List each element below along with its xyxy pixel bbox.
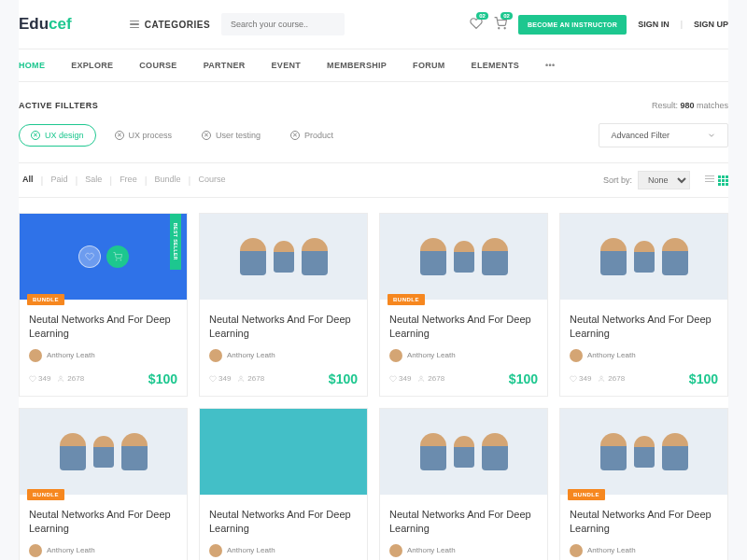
sort-tab-paid[interactable]: Paid: [47, 175, 71, 186]
signin-link[interactable]: SIGN IN: [638, 20, 669, 29]
course-title: Neutal Networks And For Deep Learning: [209, 313, 358, 342]
author-avatar: [29, 544, 42, 557]
sort-tab-all[interactable]: All: [19, 175, 37, 186]
course-price: $100: [148, 371, 177, 386]
results-count: Result: 980 matches: [652, 101, 728, 110]
students-count: 2678: [58, 374, 84, 383]
sort-tab-free[interactable]: Free: [116, 175, 141, 186]
course-title: Neutal Networks And For Deep Learning: [389, 313, 538, 342]
svg-point-5: [240, 376, 243, 379]
author-name: Anthony Leath: [227, 546, 275, 554]
nav-forum[interactable]: FORUM: [413, 61, 445, 70]
students-count: 2678: [238, 374, 264, 383]
filter-chip[interactable]: ✕User testing: [190, 125, 272, 146]
svg-point-0: [499, 28, 500, 29]
nav-partner[interactable]: PARTNER: [204, 61, 246, 70]
course-title: Neutal Networks And For Deep Learning: [389, 508, 538, 537]
svg-point-7: [600, 376, 603, 379]
list-view-button[interactable]: [705, 175, 714, 186]
author-avatar: [209, 349, 222, 362]
course-card[interactable]: Neutal Networks And For Deep LearningAnt…: [199, 408, 368, 560]
become-instructor-button[interactable]: BECOME AN INSTRUCTOR: [518, 15, 627, 35]
author-name: Anthony Leath: [587, 546, 636, 554]
nav-home[interactable]: HOME: [19, 61, 45, 70]
like-overlay-button[interactable]: [78, 245, 101, 268]
wishlist-button[interactable]: 02: [470, 17, 483, 32]
cart-badge: 02: [500, 12, 513, 20]
grid-view-button[interactable]: [718, 175, 728, 186]
course-price: $100: [689, 371, 718, 386]
author-name: Anthony Leath: [227, 351, 275, 359]
remove-chip-icon[interactable]: ✕: [115, 131, 124, 140]
signup-link[interactable]: SIGN UP: [694, 20, 728, 29]
sort-tab-bundle[interactable]: Bundle: [151, 175, 185, 186]
course-title: Neutal Networks And For Deep Learning: [570, 508, 718, 537]
course-card[interactable]: Neutal Networks And For Deep LearningAnt…: [559, 213, 728, 397]
course-image: [560, 214, 727, 300]
author-name: Anthony Leath: [407, 546, 456, 554]
sort-tab-sale[interactable]: Sale: [81, 175, 106, 186]
svg-point-2: [116, 259, 117, 260]
main-nav: HOMEEXPLORECOURSEPARTNEREVENTMEMBERSHIPF…: [19, 49, 728, 82]
remove-chip-icon[interactable]: ✕: [290, 131, 300, 140]
author-avatar: [570, 349, 583, 362]
course-title: Neutal Networks And For Deep Learning: [29, 313, 177, 342]
course-image: [380, 409, 547, 495]
course-image: [200, 409, 367, 495]
students-count: 2678: [418, 374, 444, 383]
bundle-tag: BUNDLE: [27, 294, 64, 305]
nav-elements[interactable]: ELEMENTS: [472, 61, 519, 70]
advanced-filter-button[interactable]: Advanced Filter: [599, 123, 728, 147]
nav-event[interactable]: EVENT: [272, 61, 302, 70]
author-avatar: [570, 544, 583, 557]
menu-icon: [130, 21, 139, 29]
course-card[interactable]: BUNDLENeutal Networks And For Deep Learn…: [379, 213, 548, 397]
course-title: Neutal Networks And For Deep Learning: [570, 313, 718, 342]
author-avatar: [389, 544, 402, 557]
likes-count: 349: [389, 374, 411, 383]
author-avatar: [209, 544, 222, 557]
sort-by-label: Sort by:: [603, 175, 632, 185]
remove-chip-icon[interactable]: ✕: [31, 131, 40, 140]
svg-point-1: [504, 28, 505, 29]
course-card[interactable]: BUNDLENeutal Networks And For Deep Learn…: [559, 408, 728, 560]
filter-chip[interactable]: ✕UX design: [19, 124, 96, 147]
author-name: Anthony Leath: [587, 351, 636, 359]
course-image: [200, 214, 367, 300]
nav-membership[interactable]: MEMBERSHIP: [327, 61, 387, 70]
svg-point-6: [420, 376, 423, 379]
course-image: BUNDLE: [560, 409, 727, 495]
course-card[interactable]: BUNDLENeutal Networks And For Deep Learn…: [19, 408, 188, 560]
svg-point-3: [120, 259, 120, 260]
course-title: Neutal Networks And For Deep Learning: [209, 508, 358, 537]
active-filters-label: ACTIVE FILLTERS: [19, 101, 98, 110]
students-count: 2678: [599, 374, 625, 383]
filter-chip[interactable]: ✕UX process: [104, 125, 184, 146]
course-card[interactable]: BEST SELLERBUNDLENeutal Networks And For…: [19, 213, 188, 397]
nav-more[interactable]: •••: [545, 61, 555, 70]
likes-count: 349: [29, 374, 50, 383]
author-avatar: [29, 349, 42, 362]
bundle-tag: BUNDLE: [388, 294, 425, 305]
author-name: Anthony Leath: [407, 351, 456, 359]
remove-chip-icon[interactable]: ✕: [202, 131, 211, 140]
nav-explore[interactable]: EXPLORE: [71, 61, 113, 70]
sort-tab-course[interactable]: Course: [194, 175, 229, 186]
search-input[interactable]: [221, 13, 345, 35]
course-card[interactable]: Neutal Networks And For Deep LearningAnt…: [199, 213, 368, 397]
logo[interactable]: Educef: [19, 15, 72, 34]
bundle-tag: BUNDLE: [27, 489, 64, 500]
cart-overlay-button[interactable]: [106, 245, 129, 268]
categories-button[interactable]: CATEGORIES: [130, 20, 210, 30]
cart-button[interactable]: 02: [494, 17, 507, 32]
likes-count: 349: [209, 374, 231, 383]
author-name: Anthony Leath: [47, 546, 95, 554]
nav-course[interactable]: COURSE: [139, 61, 176, 70]
sort-select[interactable]: None: [638, 171, 690, 189]
filter-chip[interactable]: ✕Product: [279, 125, 345, 146]
course-image: BUNDLE: [20, 409, 187, 495]
course-card[interactable]: Neutal Networks And For Deep LearningAnt…: [379, 408, 548, 560]
bundle-tag: BUNDLE: [568, 489, 605, 500]
course-image: BUNDLE: [380, 214, 547, 300]
course-title: Neutal Networks And For Deep Learning: [29, 508, 177, 537]
